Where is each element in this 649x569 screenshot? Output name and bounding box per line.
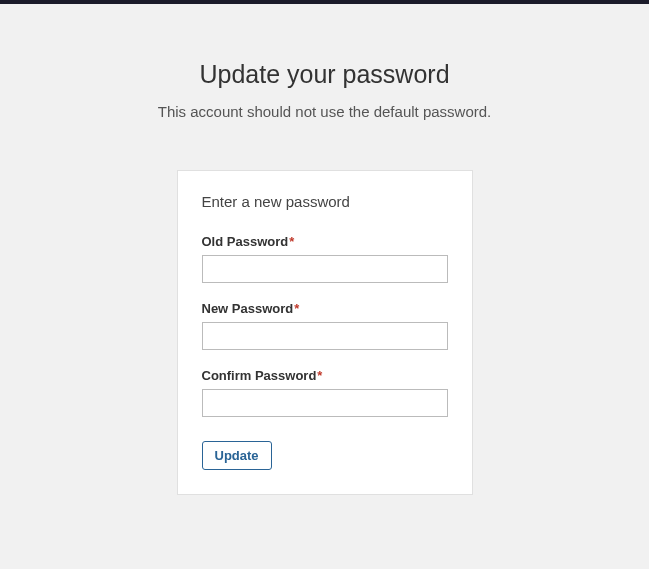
confirm-password-label-text: Confirm Password bbox=[202, 368, 317, 383]
update-button[interactable]: Update bbox=[202, 441, 272, 470]
form-group-new-password: New Password* bbox=[202, 301, 448, 350]
old-password-label-text: Old Password bbox=[202, 234, 289, 249]
page-title: Update your password bbox=[0, 60, 649, 89]
page-container: Update your password This account should… bbox=[0, 4, 649, 495]
new-password-label: New Password* bbox=[202, 301, 448, 316]
confirm-password-label: Confirm Password* bbox=[202, 368, 448, 383]
required-asterisk: * bbox=[289, 234, 294, 249]
old-password-label: Old Password* bbox=[202, 234, 448, 249]
form-group-confirm-password: Confirm Password* bbox=[202, 368, 448, 417]
old-password-input[interactable] bbox=[202, 255, 448, 283]
page-subtitle: This account should not use the default … bbox=[0, 103, 649, 120]
form-group-old-password: Old Password* bbox=[202, 234, 448, 283]
password-form-card: Enter a new password Old Password* New P… bbox=[177, 170, 473, 495]
required-asterisk: * bbox=[317, 368, 322, 383]
new-password-label-text: New Password bbox=[202, 301, 294, 316]
required-asterisk: * bbox=[294, 301, 299, 316]
form-heading: Enter a new password bbox=[202, 193, 448, 210]
new-password-input[interactable] bbox=[202, 322, 448, 350]
confirm-password-input[interactable] bbox=[202, 389, 448, 417]
